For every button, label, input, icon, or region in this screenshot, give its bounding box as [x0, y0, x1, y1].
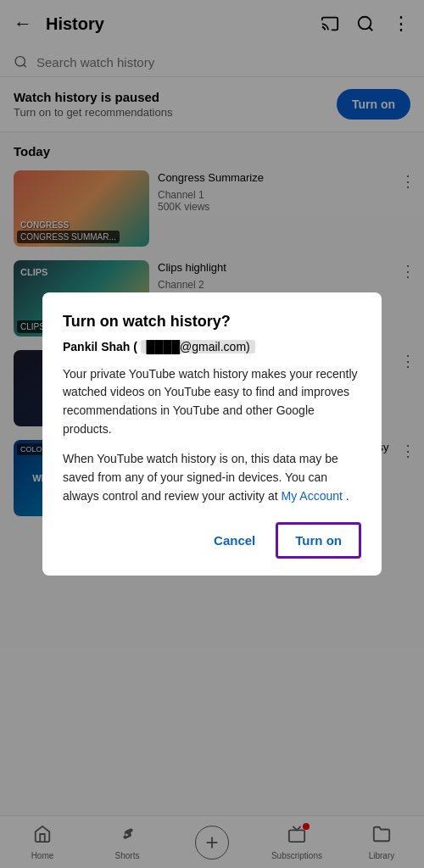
turn-on-dialog: Turn on watch history? Pankil Shah ( ███…: [42, 292, 382, 576]
dialog-actions: Cancel Turn on: [63, 522, 361, 559]
my-account-link[interactable]: My Account: [282, 489, 343, 503]
turn-on-button[interactable]: Turn on: [276, 522, 361, 559]
dialog-body2-text: When YouTube watch history is on, this d…: [63, 450, 361, 505]
dialog-account-block: Pankil Shah ( ████@gmail.com): [63, 339, 361, 365]
modal-overlay[interactable]: Turn on watch history? Pankil Shah ( ███…: [0, 0, 424, 868]
dialog-title: Turn on watch history?: [63, 313, 361, 331]
dialog-account-name: Pankil Shah (: [63, 340, 137, 353]
dialog-body-text: Your private YouTube watch history makes…: [63, 365, 361, 439]
cancel-button[interactable]: Cancel: [204, 526, 265, 554]
dialog-body2-suffix: .: [346, 489, 349, 503]
dialog-account-email: ████@gmail.com): [141, 340, 254, 353]
